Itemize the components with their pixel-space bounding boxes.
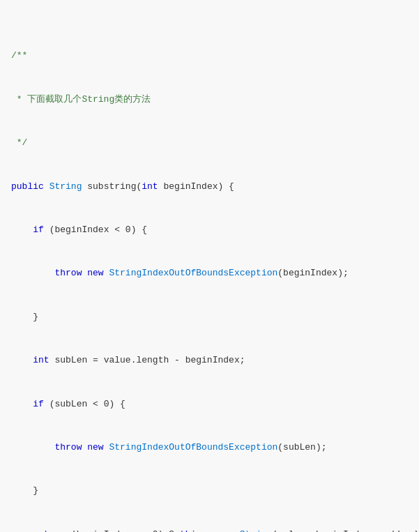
line-6: throw new StringIndexOutOfBoundsExceptio… bbox=[11, 266, 408, 281]
line-11: } bbox=[11, 484, 408, 499]
line-9: if (subLen < 0) { bbox=[11, 397, 408, 412]
code-block: /** * 下面截取几个String类的方法 */ public String … bbox=[0, 6, 419, 532]
line-12: return (beginIndex == 0) ? this : new St… bbox=[11, 528, 408, 532]
line-2: * 下面截取几个String类的方法 bbox=[11, 93, 408, 107]
line-1: /** bbox=[11, 49, 408, 63]
line-4: public String substring(int beginIndex) … bbox=[11, 180, 408, 195]
line-7: } bbox=[11, 310, 408, 325]
code-container: /** * 下面截取几个String类的方法 */ public String … bbox=[0, 0, 419, 532]
line-10: throw new StringIndexOutOfBoundsExceptio… bbox=[11, 441, 408, 455]
line-5: if (beginIndex < 0) { bbox=[11, 223, 408, 238]
line-3: */ bbox=[11, 136, 408, 151]
line-8: int subLen = value.length - beginIndex; bbox=[11, 354, 408, 368]
